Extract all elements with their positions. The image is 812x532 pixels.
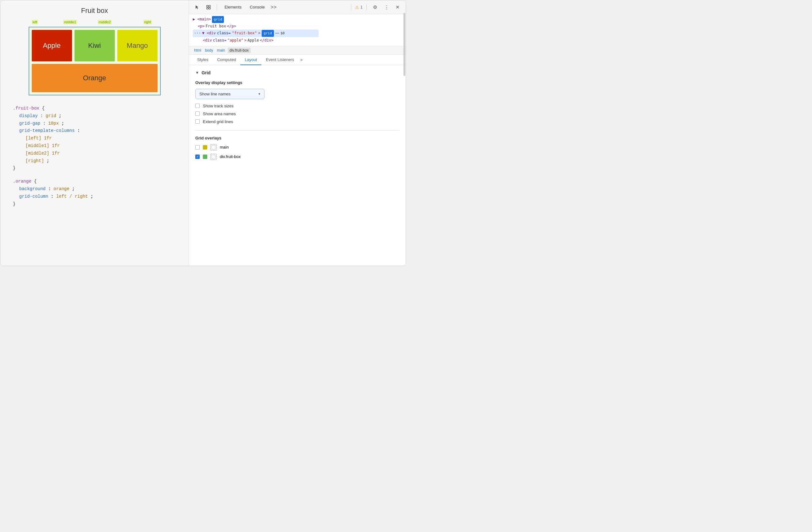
- breadcrumb-html[interactable]: html: [193, 47, 203, 53]
- more-tabs-button[interactable]: >>: [269, 3, 278, 12]
- show-area-names-row: Show area names: [195, 111, 400, 116]
- breadcrumb-fruit-box[interactable]: div.fruit-box: [228, 47, 251, 53]
- grid-visualization: left middle1 middle2 right Apple Kiwi Ma…: [29, 20, 161, 95]
- overlay-main-label: main: [220, 145, 229, 150]
- grid-overlays-title: Grid overlays: [195, 136, 400, 140]
- inspector-content: ▼ Grid Overlay display settings Show lin…: [189, 65, 406, 266]
- breadcrumb-body[interactable]: body: [204, 47, 215, 53]
- show-track-sizes-checkbox[interactable]: [195, 103, 200, 108]
- inspector-tabs: Styles Computed Layout Event Listeners »: [189, 55, 406, 65]
- overlay-fruit-box-icon[interactable]: [211, 154, 217, 160]
- overlay-display-settings: Overlay display settings Show line names…: [195, 80, 400, 124]
- line-label-middle2: middle2: [98, 20, 112, 24]
- warning-badge: ⚠ 1: [355, 5, 363, 10]
- section-divider: [195, 130, 400, 131]
- warning-count: 1: [360, 5, 363, 10]
- line-label-left: left: [32, 20, 38, 24]
- dom-line-apple[interactable]: <div class= "apple" > Apple </div>: [193, 37, 402, 44]
- more-vertical-icon: ⋮: [384, 4, 388, 10]
- line-label-middle1: middle1: [63, 20, 77, 24]
- show-area-names-label: Show area names: [203, 111, 236, 116]
- warning-icon: ⚠: [355, 5, 359, 10]
- header-divider-3: [366, 4, 367, 10]
- devtools-main-tabs: Elements Console >>: [221, 3, 347, 12]
- extend-grid-lines-label: Extend grid lines: [203, 119, 233, 124]
- dom-line-main[interactable]: ▶ <main> grid: [193, 16, 402, 23]
- grid-section-header: ▼ Grid: [195, 70, 400, 75]
- apple-cell: Apple: [32, 30, 72, 61]
- svg-rect-5: [212, 155, 215, 159]
- grid-overlays-section: Grid overlays main ✓: [195, 136, 400, 160]
- overlay-main-checkbox[interactable]: [195, 145, 200, 150]
- show-track-sizes-row: Show track sizes: [195, 103, 400, 108]
- cursor-icon: [195, 5, 200, 10]
- grid-triangle-icon: ▼: [195, 71, 199, 75]
- close-icon: ✕: [396, 4, 400, 10]
- inspect-icon-button[interactable]: [204, 3, 213, 12]
- overlay-main-color-swatch[interactable]: [203, 145, 207, 150]
- tab-styles[interactable]: Styles: [193, 55, 213, 65]
- left-panel: Fruit box left middle1 middle2 right App…: [0, 0, 189, 266]
- header-divider-2: [351, 4, 351, 10]
- kiwi-cell: Kiwi: [74, 30, 115, 61]
- svg-rect-3: [209, 8, 211, 9]
- header-divider-1: [217, 4, 217, 10]
- grid-section-title: Grid: [202, 70, 211, 75]
- overlay-fruit-box-color-swatch[interactable]: [203, 155, 207, 159]
- tab-layout[interactable]: Layout: [240, 55, 261, 65]
- breadcrumb-main[interactable]: main: [216, 47, 227, 53]
- mango-cell: Mango: [117, 30, 158, 61]
- dom-tree: ▶ <main> grid <p> Fruit box </p> ··· ▼ <…: [189, 14, 406, 46]
- svg-rect-0: [207, 5, 208, 7]
- dom-line-p[interactable]: <p> Fruit box </p>: [193, 23, 402, 30]
- show-line-names-dropdown[interactable]: Show line names ▾: [195, 89, 264, 99]
- tab-elements[interactable]: Elements: [221, 3, 245, 11]
- chevron-down-icon: ▾: [259, 92, 260, 96]
- overlay-fruit-box-label: div.fruit-box: [220, 154, 241, 159]
- svg-rect-4: [212, 145, 215, 149]
- line-labels: left middle1 middle2 right: [32, 20, 158, 27]
- code-selector-2: .orange: [13, 179, 31, 184]
- overlay-main-icon[interactable]: [211, 144, 217, 151]
- svg-rect-2: [207, 8, 208, 9]
- svg-rect-1: [209, 5, 211, 7]
- gear-icon: ⚙: [373, 4, 377, 10]
- close-button[interactable]: ✕: [393, 3, 402, 12]
- code-selector-1: .fruit-box: [13, 106, 39, 111]
- overlay-fruit-box-checkbox[interactable]: ✓: [195, 155, 200, 159]
- tab-computed[interactable]: Computed: [213, 55, 240, 65]
- show-track-sizes-label: Show track sizes: [203, 103, 234, 108]
- line-label-right: right: [143, 20, 152, 24]
- inspect-icon: [206, 5, 211, 10]
- overlay-row-main: main: [195, 144, 400, 151]
- more-inspector-tabs[interactable]: »: [299, 55, 304, 65]
- extend-grid-lines-checkbox[interactable]: [195, 119, 200, 124]
- overlay-row-fruit-box: ✓ div.fruit-box: [195, 154, 400, 160]
- tab-console[interactable]: Console: [246, 3, 269, 11]
- orange-cell: Orange: [32, 64, 158, 92]
- devtools-panel: Elements Console >> ⚠ 1 ⚙ ⋮ ✕ ▶ <main> g…: [189, 0, 406, 266]
- tab-event-listeners[interactable]: Event Listeners: [261, 55, 299, 65]
- dropdown-value: Show line names: [199, 92, 231, 96]
- page-title: Fruit box: [81, 6, 108, 15]
- devtools-header: Elements Console >> ⚠ 1 ⚙ ⋮ ✕: [189, 0, 406, 14]
- overlay-settings-title: Overlay display settings: [195, 80, 400, 85]
- scrollbar[interactable]: [404, 13, 405, 76]
- show-area-names-checkbox[interactable]: [195, 111, 200, 116]
- extend-grid-lines-row: Extend grid lines: [195, 119, 400, 124]
- settings-button[interactable]: ⚙: [371, 3, 379, 12]
- code-block-orange: .orange { background : orange ; grid-col…: [10, 178, 179, 208]
- fruit-grid: Apple Kiwi Mango Orange: [29, 27, 161, 95]
- breadcrumb: html body main div.fruit-box: [189, 46, 406, 55]
- dom-line-fruit-box[interactable]: ··· ▼ <div class= "fruit-box" > grid == …: [193, 30, 319, 37]
- chevron-right-icon: >>: [271, 4, 277, 10]
- code-block-fruit-box: .fruit-box { display : grid ; grid-gap :…: [10, 105, 179, 172]
- cursor-icon-button[interactable]: [193, 3, 202, 12]
- more-options-button[interactable]: ⋮: [382, 3, 391, 12]
